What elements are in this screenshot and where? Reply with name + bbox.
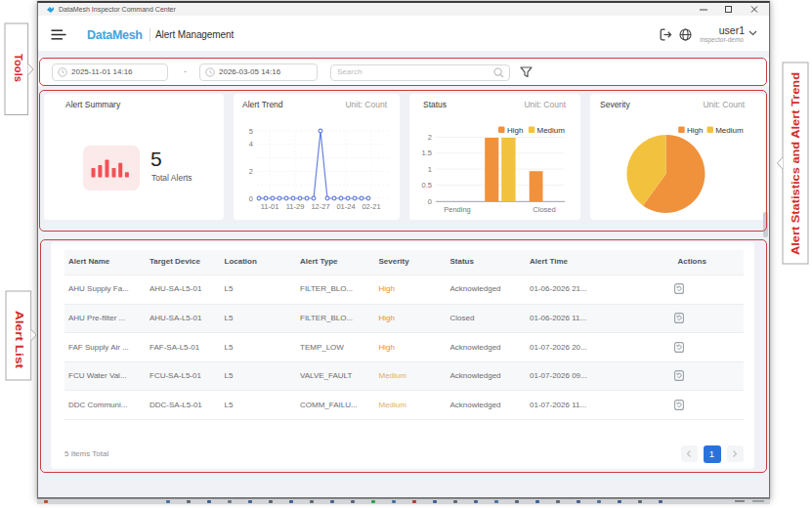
svg-text:Alert List: Alert List: [14, 311, 25, 368]
svg-text:Tools: Tools: [13, 54, 24, 82]
svg-text:Alert Statistics and Alert Tre: Alert Statistics and Alert Trend: [791, 72, 801, 255]
